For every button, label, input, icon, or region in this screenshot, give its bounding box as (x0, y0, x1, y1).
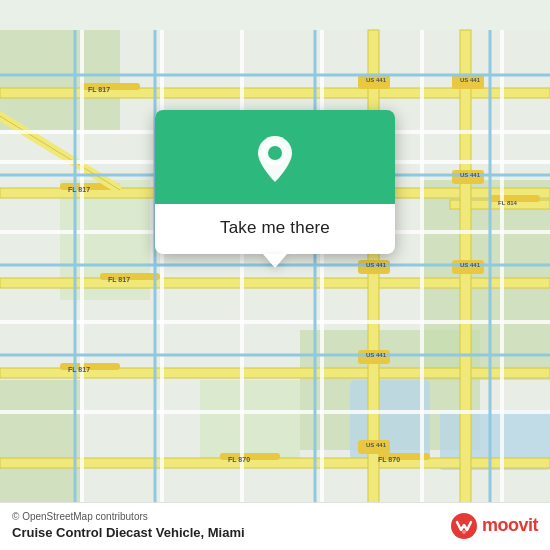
svg-rect-28 (460, 30, 471, 520)
svg-text:US 441: US 441 (366, 442, 387, 448)
svg-rect-6 (200, 380, 300, 460)
location-popup: Take me there (155, 110, 395, 254)
popup-icon-background (155, 110, 395, 204)
svg-text:FL 870: FL 870 (228, 456, 250, 463)
svg-text:FL 817: FL 817 (88, 86, 110, 93)
moovit-text-label: moovit (482, 515, 538, 536)
svg-text:FL 870: FL 870 (378, 456, 400, 463)
svg-point-68 (268, 146, 282, 160)
svg-rect-44 (500, 30, 504, 520)
popup-button-area: Take me there (155, 204, 395, 254)
svg-rect-41 (240, 30, 244, 520)
svg-text:US 441: US 441 (366, 262, 387, 268)
svg-rect-43 (420, 30, 424, 520)
map-background: FL 817 FL 817 FL 817 FL 817 FL 870 FL 87… (0, 0, 550, 550)
svg-text:FL 817: FL 817 (68, 366, 90, 373)
moovit-icon (450, 512, 478, 540)
location-pin-icon (248, 132, 302, 186)
bottom-left-info: © OpenStreetMap contributors Cruise Cont… (12, 511, 245, 540)
svg-rect-2 (0, 380, 80, 520)
svg-text:FL 817: FL 817 (108, 276, 130, 283)
bottom-bar: © OpenStreetMap contributors Cruise Cont… (0, 502, 550, 550)
svg-text:FL 814: FL 814 (498, 200, 518, 206)
svg-text:US 441: US 441 (460, 77, 481, 83)
svg-text:US 441: US 441 (460, 262, 481, 268)
svg-text:US 441: US 441 (366, 77, 387, 83)
svg-rect-39 (80, 30, 84, 520)
popup-pointer (263, 254, 287, 268)
moovit-logo: moovit (450, 512, 538, 540)
svg-point-71 (462, 530, 466, 534)
svg-text:US 441: US 441 (366, 352, 387, 358)
svg-rect-40 (160, 30, 164, 520)
osm-attribution: © OpenStreetMap contributors (12, 511, 245, 522)
svg-text:FL 817: FL 817 (68, 186, 90, 193)
location-name: Cruise Control Diecast Vehicle, Miami (12, 525, 245, 540)
svg-rect-1 (0, 30, 120, 130)
svg-rect-42 (320, 30, 324, 520)
take-me-there-button[interactable]: Take me there (220, 218, 330, 238)
map-container: FL 817 FL 817 FL 817 FL 817 FL 870 FL 87… (0, 0, 550, 550)
svg-text:US 441: US 441 (460, 172, 481, 178)
